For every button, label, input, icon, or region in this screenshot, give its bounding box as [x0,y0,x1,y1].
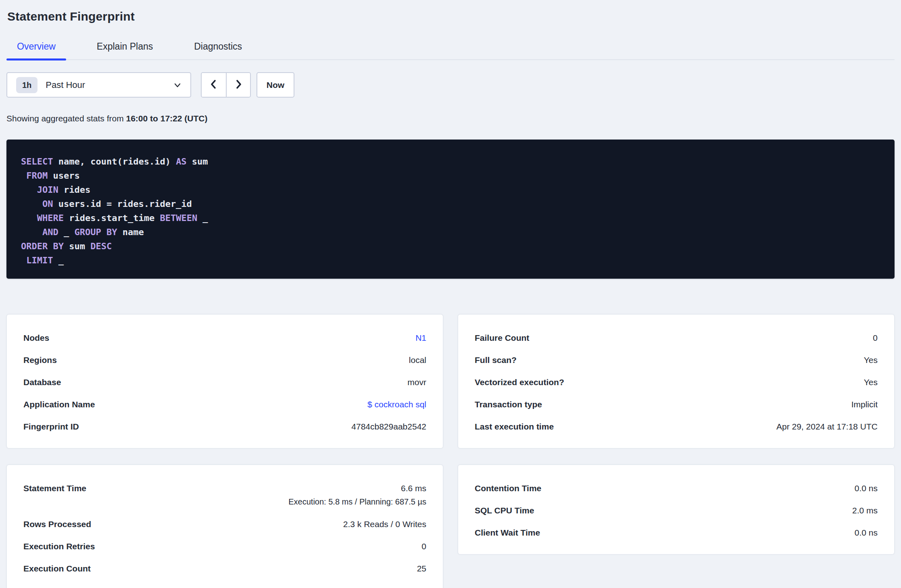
sql-line: JOIN rides [21,183,880,197]
stat-row: Databasemovr [23,377,426,387]
stat-row: Last execution timeApr 29, 2024 at 17:18… [475,422,878,431]
stat-value: Yes [864,377,878,387]
stat-label: Full scan? [475,355,517,365]
stat-label: Failure Count [475,333,529,342]
execution-attributes-card: Failure Count0Full scan?YesVectorized ex… [458,314,895,448]
sql-keyword: AS [176,156,187,167]
stat-value-wrap: Yes [864,355,878,365]
statement-fingerprint-page: Statement Fingerprint Overview Explain P… [0,0,901,588]
sql-keyword: ON [42,199,53,209]
stat-value: 25 [417,564,426,573]
stat-label: Fingerprint ID [23,422,79,431]
sql-line: WHERE rides.start_time BETWEEN _ [21,211,880,225]
stat-label: Client Wait Time [475,528,540,537]
time-range-badge: 1h [16,77,38,93]
sql-keyword: ORDER BY [21,241,64,251]
time-toolbar: 1h Past Hour [6,72,895,98]
now-button[interactable]: Now [257,72,294,98]
stat-value: 0 [421,542,426,551]
stat-value: 0.0 ns [855,484,878,493]
statement-details-card: NodesN1RegionslocalDatabasemovrApplicati… [6,314,443,448]
sql-line: FROM users [21,169,880,183]
stat-value: 4784cb829aab2542 [351,422,426,431]
sql-line: SELECT name, count(rides.id) AS sum [21,154,880,169]
stat-row: Statement Time6.6 msExecution: 5.8 ms / … [23,484,426,507]
stat-value-wrap: N1 [415,333,426,342]
tabs-bar: Overview Explain Plans Diagnostics [6,41,895,60]
chevron-left-icon [209,79,219,91]
stat-label: Last execution time [475,422,554,431]
stat-value-wrap: 25 [417,564,426,573]
stat-value-wrap: $ cockroach sql [367,400,426,409]
stat-value: 0.0 ns [855,528,878,537]
stat-row: Execution Retries0 [23,542,426,551]
stat-label: SQL CPU Time [475,506,534,515]
stat-value: movr [407,377,426,387]
sql-keyword: GROUP BY [74,227,117,237]
stat-value: Apr 29, 2024 at 17:18 UTC [776,422,878,431]
stat-label: Transaction type [475,400,542,409]
stat-row: Full scan?Yes [475,355,878,365]
sql-line: LIMIT _ [21,253,880,267]
previous-time-window-button[interactable] [202,73,226,97]
stat-label: Rows Processed [23,519,91,529]
stat-value-link[interactable]: N1 [415,333,426,342]
summary-cards: NodesN1RegionslocalDatabasemovrApplicati… [6,314,895,588]
stat-value-wrap: Implicit [851,400,878,409]
stat-row: NodesN1 [23,333,426,342]
stat-value-wrap: 0 [421,542,426,551]
stat-label: Execution Count [23,564,91,573]
timing-stats-card: Statement Time6.6 msExecution: 5.8 ms / … [6,465,443,588]
tab-diagnostics[interactable]: Diagnostics [184,41,252,59]
sql-line: ORDER BY sum DESC [21,239,880,253]
stat-row: Application Name$ cockroach sql [23,400,426,409]
stat-row: Contention Time0.0 ns [475,484,878,493]
stat-row: Regionslocal [23,355,426,365]
stat-row: Execution Count25 [23,564,426,573]
stat-row: Client Wait Time0.0 ns [475,528,878,537]
time-range-dropdown[interactable]: 1h Past Hour [6,72,191,98]
time-window-nav [201,72,251,98]
stat-label: Contention Time [475,484,541,493]
stat-value-wrap: movr [407,377,426,387]
stat-value-wrap: 2.0 ms [852,506,878,515]
stat-row: SQL CPU Time2.0 ms [475,506,878,515]
sql-line: AND _ GROUP BY name [21,225,880,239]
stat-value-wrap: 6.6 msExecution: 5.8 ms / Planning: 687.… [288,484,426,507]
stat-row: Rows Processed2.3 k Reads / 0 Writes [23,519,426,529]
sql-keyword: LIMIT [26,255,53,265]
stat-value-wrap: 0 [873,333,878,342]
stat-label: Nodes [23,333,49,342]
stat-label: Statement Time [23,484,86,493]
stat-label: Database [23,377,61,387]
stat-value-wrap: Yes [864,377,878,387]
chevron-down-icon [173,80,182,90]
tab-overview[interactable]: Overview [6,41,66,59]
page-title: Statement Fingerprint [7,10,895,23]
stat-value-wrap: 0.0 ns [855,528,878,537]
stat-value-wrap: local [409,355,426,365]
stat-value: 2.3 k Reads / 0 Writes [343,519,426,529]
sql-keyword: JOIN [37,185,58,195]
stat-value: 6.6 ms [288,484,426,493]
stat-value-link[interactable]: $ cockroach sql [367,400,426,409]
sql-keyword: BETWEEN [160,213,197,223]
stat-value: 2.0 ms [852,506,878,515]
tab-explain-plans[interactable]: Explain Plans [86,41,163,59]
sql-keyword: FROM [26,171,48,181]
chevron-right-icon [233,79,244,91]
stat-value: Yes [864,355,878,365]
stat-label: Regions [23,355,57,365]
time-range-label: Past Hour [46,80,85,90]
stat-label: Vectorized execution? [475,377,564,387]
next-time-window-button[interactable] [226,73,250,97]
stat-subvalue: Execution: 5.8 ms / Planning: 687.5 µs [288,497,426,507]
wait-time-stats-card: Contention Time0.0 nsSQL CPU Time2.0 msC… [458,465,895,555]
stat-value-wrap: 2.3 k Reads / 0 Writes [343,519,426,529]
sql-line: ON users.id = rides.rider_id [21,197,880,211]
stat-row: Transaction typeImplicit [475,400,878,409]
stat-value: 0 [873,333,878,342]
sql-statement-box: SELECT name, count(rides.id) AS sum FROM… [6,140,895,279]
aggregated-stats-note: Showing aggregated stats from 16:00 to 1… [6,114,895,123]
stat-value-wrap: Apr 29, 2024 at 17:18 UTC [776,422,878,431]
